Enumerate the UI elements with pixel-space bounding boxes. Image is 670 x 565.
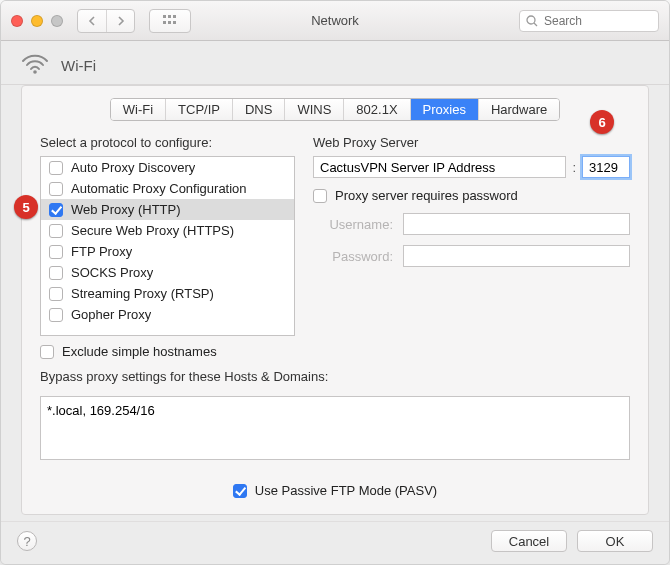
checkbox-icon [49, 266, 63, 280]
svg-point-8 [33, 70, 37, 74]
checkbox-icon [49, 203, 63, 217]
protocol-item-label: Auto Proxy Discovery [71, 160, 195, 175]
checkbox-icon [49, 161, 63, 175]
checkbox-icon [40, 345, 54, 359]
title-bar: Network [1, 1, 669, 41]
svg-point-6 [527, 16, 535, 24]
svg-rect-1 [168, 15, 171, 18]
protocol-item-label: Secure Web Proxy (HTTPS) [71, 223, 234, 238]
bypass-section: Bypass proxy settings for these Hosts & … [40, 369, 630, 463]
search-icon [526, 15, 538, 27]
protocol-item-label: FTP Proxy [71, 244, 132, 259]
tabs: Wi-FiTCP/IPDNSWINS802.1XProxiesHardware [40, 98, 630, 121]
proxy-port-input[interactable] [582, 156, 630, 178]
protocol-item[interactable]: Gopher Proxy [41, 304, 294, 325]
bypass-textarea[interactable] [40, 396, 630, 460]
tab-tcp-ip[interactable]: TCP/IP [165, 99, 232, 120]
nav-forward-button[interactable] [106, 10, 134, 32]
content: 5 6 Wi-FiTCP/IPDNSWINS802.1XProxiesHardw… [1, 85, 669, 527]
zoom-window-button[interactable] [51, 15, 63, 27]
protocol-item[interactable]: Automatic Proxy Configuration [41, 178, 294, 199]
columns: Select a protocol to configure: Auto Pro… [40, 135, 630, 359]
username-row: Username: [313, 213, 630, 235]
protocol-item[interactable]: Web Proxy (HTTP) [41, 199, 294, 220]
protocol-list[interactable]: Auto Proxy DiscoveryAutomatic Proxy Conf… [40, 156, 295, 336]
close-window-button[interactable] [11, 15, 23, 27]
username-label: Username: [313, 217, 393, 232]
chevron-right-icon [117, 16, 125, 26]
svg-line-7 [534, 23, 537, 26]
help-button[interactable]: ? [17, 531, 37, 551]
tab-802-1x[interactable]: 802.1X [343, 99, 409, 120]
help-icon: ? [23, 534, 30, 549]
checkbox-icon [233, 484, 247, 498]
password-label: Password: [313, 249, 393, 264]
protocol-item-label: SOCKS Proxy [71, 265, 153, 280]
ok-button[interactable]: OK [577, 530, 653, 552]
proxy-heading: Web Proxy Server [313, 135, 630, 150]
requires-password-checkbox[interactable]: Proxy server requires password [313, 188, 630, 203]
show-all-button[interactable] [149, 9, 191, 33]
search-input[interactable] [542, 13, 652, 29]
username-input [403, 213, 630, 235]
tab-wi-fi[interactable]: Wi-Fi [111, 99, 165, 120]
proxy-server-row: : [313, 156, 630, 178]
requires-password-label: Proxy server requires password [335, 188, 518, 203]
protocol-item[interactable]: Secure Web Proxy (HTTPS) [41, 220, 294, 241]
proxy-host-input[interactable] [313, 156, 566, 178]
grid-icon [163, 15, 177, 27]
checkbox-icon [313, 189, 327, 203]
window-network-prefs: Network Wi-Fi 5 6 Wi-Fi [0, 0, 670, 565]
protocol-column: Select a protocol to configure: Auto Pro… [40, 135, 295, 359]
window-controls [11, 15, 63, 27]
minimize-window-button[interactable] [31, 15, 43, 27]
tab-proxies[interactable]: Proxies [410, 99, 478, 120]
bottom-bar: ? Cancel OK [1, 521, 669, 564]
tab-dns[interactable]: DNS [232, 99, 284, 120]
pane-title: Wi-Fi [61, 57, 96, 74]
checkbox-icon [49, 245, 63, 259]
wifi-icon [21, 53, 49, 78]
checkbox-icon [49, 308, 63, 322]
protocol-item[interactable]: FTP Proxy [41, 241, 294, 262]
svg-rect-4 [168, 21, 171, 24]
protocol-item-label: Gopher Proxy [71, 307, 151, 322]
password-input [403, 245, 630, 267]
pane-header: Wi-Fi [1, 41, 669, 85]
protocol-item[interactable]: SOCKS Proxy [41, 262, 294, 283]
proxy-detail-column: Web Proxy Server : Proxy server requires… [313, 135, 630, 359]
annotation-6: 6 [590, 110, 614, 134]
nav-back-forward [77, 9, 135, 33]
checkbox-icon [49, 182, 63, 196]
host-port-separator: : [572, 160, 576, 175]
protocol-item[interactable]: Streaming Proxy (RTSP) [41, 283, 294, 304]
svg-rect-5 [173, 21, 176, 24]
svg-rect-3 [163, 21, 166, 24]
cancel-button[interactable]: Cancel [491, 530, 567, 552]
tab-wins[interactable]: WINS [284, 99, 343, 120]
exclude-label: Exclude simple hostnames [62, 344, 217, 359]
password-row: Password: [313, 245, 630, 267]
protocol-item-label: Automatic Proxy Configuration [71, 181, 247, 196]
bypass-heading: Bypass proxy settings for these Hosts & … [40, 369, 630, 384]
exclude-simple-hostnames[interactable]: Exclude simple hostnames [40, 344, 295, 359]
svg-rect-2 [173, 15, 176, 18]
annotation-5: 5 [14, 195, 38, 219]
proxies-panel: 5 6 Wi-FiTCP/IPDNSWINS802.1XProxiesHardw… [21, 85, 649, 515]
protocol-item[interactable]: Auto Proxy Discovery [41, 157, 294, 178]
checkbox-icon [49, 224, 63, 238]
search-field[interactable] [519, 10, 659, 32]
passive-ftp-checkbox[interactable]: Use Passive FTP Mode (PASV) [233, 483, 437, 498]
svg-rect-0 [163, 15, 166, 18]
nav-back-button[interactable] [78, 10, 106, 32]
protocol-item-label: Web Proxy (HTTP) [71, 202, 181, 217]
passive-ftp-label: Use Passive FTP Mode (PASV) [255, 483, 437, 498]
chevron-left-icon [88, 16, 96, 26]
checkbox-icon [49, 287, 63, 301]
protocol-heading: Select a protocol to configure: [40, 135, 295, 150]
protocol-item-label: Streaming Proxy (RTSP) [71, 286, 214, 301]
tab-hardware[interactable]: Hardware [478, 99, 559, 120]
